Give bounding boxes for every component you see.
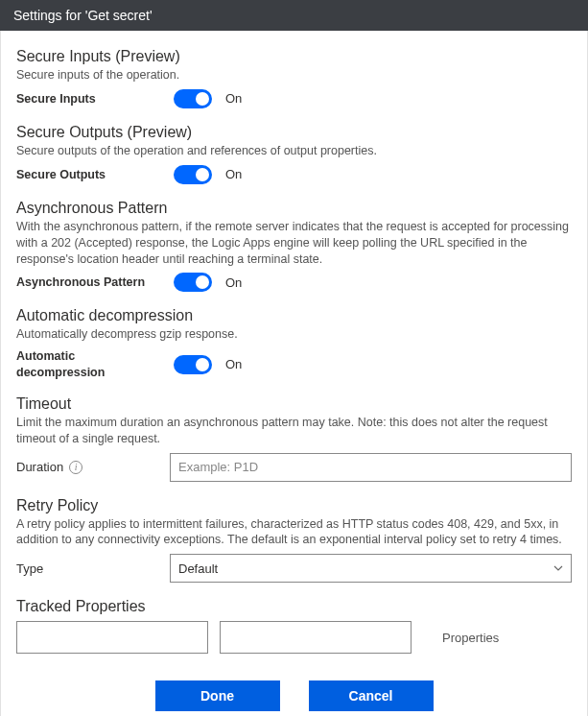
section-description: With the asynchronous pattern, if the re…: [16, 219, 572, 268]
toggle-label: Asynchronous Pattern: [16, 274, 160, 290]
toggle-state-text: On: [225, 275, 242, 290]
section-retry-policy: Retry Policy A retry policy applies to i…: [16, 497, 572, 584]
section-title: Retry Policy: [16, 497, 572, 514]
tracked-value-input[interactable]: [220, 621, 412, 654]
secure-inputs-toggle[interactable]: [174, 89, 212, 108]
section-title: Automatic decompression: [16, 307, 572, 324]
cancel-button[interactable]: Cancel: [309, 680, 434, 711]
secure-outputs-toggle[interactable]: [174, 165, 212, 184]
panel-titlebar: Settings for 'Get secret': [0, 0, 588, 31]
info-icon[interactable]: i: [69, 461, 82, 474]
action-buttons: Done Cancel: [16, 680, 572, 711]
section-title: Secure Outputs (Preview): [16, 124, 572, 141]
toggle-label: Secure Inputs: [16, 91, 160, 107]
section-description: Secure inputs of the operation.: [16, 67, 572, 84]
duration-label: Duration i: [16, 460, 160, 474]
properties-label: Properties: [442, 631, 499, 645]
retry-type-value: Default: [178, 561, 218, 576]
section-async-pattern: Asynchronous Pattern With the asynchrono…: [16, 200, 572, 293]
retry-type-select[interactable]: Default: [170, 554, 572, 583]
settings-panel: Secure Inputs (Preview) Secure inputs of…: [0, 31, 588, 716]
section-description: Automatically decompress gzip response.: [16, 326, 572, 343]
toggle-state-text: On: [225, 167, 242, 181]
panel-title: Settings for 'Get secret': [13, 8, 153, 23]
section-description: Limit the maximum duration an asynchrono…: [16, 415, 572, 447]
section-title: Secure Inputs (Preview): [16, 48, 572, 65]
section-title: Timeout: [16, 395, 572, 413]
type-label: Type: [16, 561, 160, 576]
section-title: Asynchronous Pattern: [16, 200, 572, 217]
toggle-state-text: On: [225, 91, 242, 106]
section-timeout: Timeout Limit the maximum duration an as…: [16, 395, 572, 482]
section-description: A retry policy applies to intermittent f…: [16, 516, 572, 549]
section-tracked-properties: Tracked Properties Properties: [16, 598, 572, 654]
toggle-state-text: On: [225, 357, 242, 371]
duration-input[interactable]: [170, 453, 572, 482]
async-pattern-toggle[interactable]: [174, 273, 212, 292]
toggle-label: Automatic decompression: [16, 348, 160, 380]
section-secure-outputs: Secure Outputs (Preview) Secure outputs …: [16, 124, 572, 184]
done-button[interactable]: Done: [155, 680, 280, 711]
tracked-key-input[interactable]: [16, 621, 208, 654]
section-secure-inputs: Secure Inputs (Preview) Secure inputs of…: [16, 48, 572, 108]
section-description: Secure outputs of the operation and refe…: [16, 143, 572, 159]
section-title: Tracked Properties: [16, 598, 572, 615]
section-auto-decompression: Automatic decompression Automatically de…: [16, 307, 572, 379]
duration-label-text: Duration: [16, 460, 63, 474]
auto-decompression-toggle[interactable]: [174, 355, 212, 374]
toggle-label: Secure Outputs: [16, 167, 160, 182]
